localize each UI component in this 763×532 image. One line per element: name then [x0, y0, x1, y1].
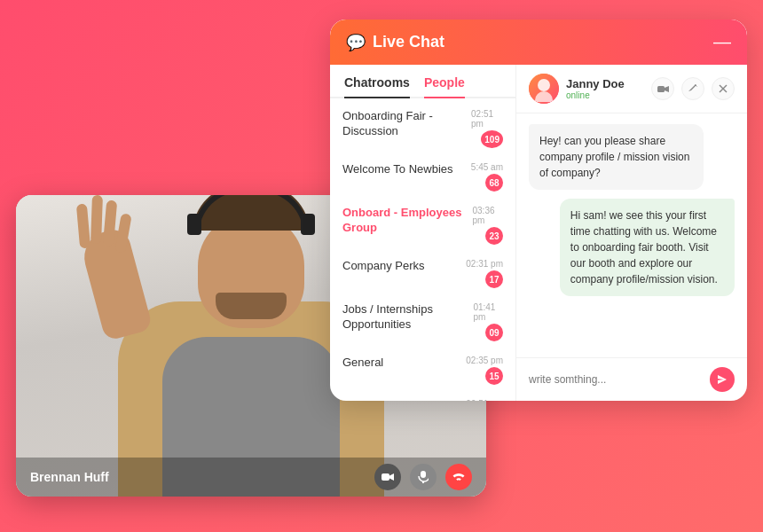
- room-name: Onboarding Fair - Discussion: [342, 109, 471, 139]
- room-badge: 68: [485, 174, 503, 192]
- speaker-name: Brennan Huff: [30, 470, 109, 484]
- tab-chatrooms[interactable]: Chatrooms: [344, 75, 410, 98]
- room-time: 01:41 pm: [473, 302, 503, 322]
- room-badge: 23: [485, 227, 503, 245]
- room-time: 5:45 am: [471, 162, 503, 172]
- chat-header: 💬 Live Chat —: [330, 20, 747, 65]
- messages-area: Hey! can you please share company profil…: [516, 113, 747, 357]
- room-time: 03:36 pm: [472, 206, 503, 225]
- room-badge: 17: [485, 270, 503, 288]
- sent-message: Hi sam! we see this your first time chat…: [560, 199, 735, 296]
- chat-body: Chatrooms People Onboarding Fair - Discu…: [330, 65, 747, 401]
- room-name: Onboard - Employees Group: [342, 206, 472, 236]
- minimize-button[interactable]: —: [713, 32, 731, 52]
- close-action-button[interactable]: [712, 77, 735, 100]
- room-time: 02:51 pm: [471, 109, 503, 129]
- end-call-button[interactable]: [445, 464, 472, 490]
- video-call-action-button[interactable]: [651, 77, 674, 100]
- room-list-item[interactable]: Jobs / Internships Opportunities 01:41 p…: [330, 295, 515, 348]
- chatrooms-panel: Chatrooms People Onboarding Fair - Discu…: [330, 65, 516, 401]
- video-controls: [374, 464, 472, 490]
- room-badge: 109: [481, 130, 503, 148]
- received-message: Hey! can you please share company profil…: [529, 124, 704, 190]
- contact-status: online: [566, 90, 625, 100]
- messages-panel: Janny Doe online: [516, 65, 747, 401]
- edit-action-button[interactable]: [681, 77, 704, 100]
- svg-rect-3: [657, 86, 665, 92]
- room-badge: 09: [485, 324, 503, 341]
- send-button[interactable]: [710, 367, 735, 392]
- room-time: 02:35 pm: [466, 356, 503, 365]
- chat-icon: 💬: [346, 33, 366, 52]
- room-list-item[interactable]: General 02:35 pm 15: [330, 348, 515, 392]
- room-name: Announcements: [342, 399, 426, 401]
- room-list-item[interactable]: Announcements 06:51 pm 36: [330, 392, 515, 401]
- message-input[interactable]: [529, 373, 703, 386]
- contact-info: Janny Doe online: [529, 74, 625, 104]
- camera-button[interactable]: [374, 464, 401, 490]
- room-list-item[interactable]: Onboarding Fair - Discussion 02:51 pm 10…: [330, 102, 515, 155]
- svg-rect-1: [421, 471, 426, 478]
- microphone-button[interactable]: [410, 464, 437, 490]
- chat-widget: 💬 Live Chat — Chatrooms People Onboardin…: [330, 20, 747, 401]
- room-name: Welcome To Newbies: [342, 162, 453, 177]
- avatar-inner: [529, 74, 559, 104]
- chat-title-wrap: 💬 Live Chat: [346, 33, 444, 52]
- room-name: General: [342, 356, 383, 371]
- tabs-row: Chatrooms People: [330, 65, 515, 98]
- svg-rect-0: [382, 473, 389, 481]
- room-time: 02:31 pm: [466, 259, 503, 269]
- room-badge: 15: [485, 367, 503, 385]
- chat-title: Live Chat: [373, 33, 444, 51]
- room-list-item[interactable]: Welcome To Newbies 5:45 am 68: [330, 155, 515, 199]
- contact-avatar: [529, 74, 559, 104]
- tab-people[interactable]: People: [424, 75, 465, 98]
- room-name: Company Perks: [342, 259, 424, 274]
- video-name-bar: Brennan Huff: [16, 458, 486, 497]
- rooms-list: Onboarding Fair - Discussion 02:51 pm 10…: [330, 98, 515, 401]
- contact-bar: Janny Doe online: [516, 65, 747, 113]
- room-list-item[interactable]: Onboard - Employees Group 03:36 pm 23: [330, 199, 515, 252]
- contact-name-wrap: Janny Doe online: [566, 77, 625, 100]
- contact-name: Janny Doe: [566, 77, 625, 90]
- message-input-row: [516, 357, 747, 401]
- room-time: 06:51 pm: [466, 399, 503, 401]
- room-list-item[interactable]: Company Perks 02:31 pm 17: [330, 252, 515, 295]
- contact-actions: [651, 77, 735, 100]
- room-name: Jobs / Internships Opportunities: [342, 302, 473, 332]
